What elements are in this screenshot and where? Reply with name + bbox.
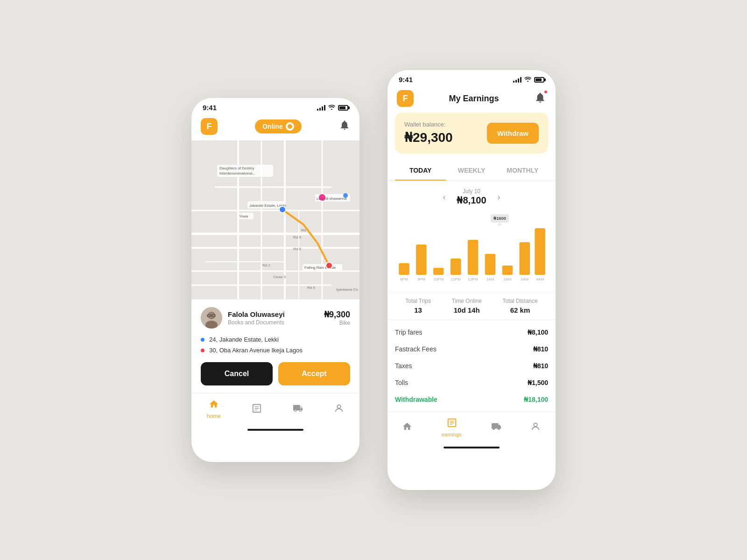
- row-fastrack: Fastrack Fees ₦810: [395, 341, 548, 357]
- chart-date: July 10: [457, 188, 486, 195]
- tab-today[interactable]: TODAY: [395, 161, 446, 181]
- dropoff-text: 30, Oba Akran Avenue Ikeja Lagos: [209, 347, 303, 354]
- withdraw-button[interactable]: Withdraw: [487, 123, 539, 144]
- delivery-card: Falola Oluwaseyi Books and Documents ₦9,…: [191, 299, 359, 393]
- home-icon: [209, 399, 219, 412]
- svg-text:10PM: 10PM: [434, 277, 444, 281]
- map-header: F Online: [191, 115, 359, 140]
- svg-text:11PM: 11PM: [451, 277, 461, 281]
- stat-distance-value: 62 km: [502, 306, 537, 314]
- battery-icon-right: [534, 77, 544, 83]
- phones-container: 9:41 F Online: [191, 70, 556, 490]
- nav-deliveries-right[interactable]: [491, 421, 501, 434]
- nav-deliveries[interactable]: [293, 403, 303, 416]
- pickup-address: 24, Jakande Estate, Lekki: [201, 334, 350, 345]
- pickup-text: 24, Jakande Estate, Lekki: [209, 336, 279, 343]
- svg-point-73: [534, 423, 537, 426]
- wallet-card: Wallet balance: ₦29,300 Withdraw: [395, 112, 548, 154]
- trip-fares-label: Trip fares: [395, 329, 423, 336]
- online-badge[interactable]: Online: [255, 119, 302, 133]
- price-amount: ₦9,300: [324, 309, 350, 320]
- svg-text:8PM: 8PM: [400, 277, 408, 281]
- withdrawable-value: ₦18,100: [524, 396, 548, 403]
- svg-rect-63: [502, 266, 513, 275]
- svg-rect-51: [399, 263, 409, 275]
- tab-weekly[interactable]: WEEKLY: [446, 161, 497, 181]
- stat-online-value: 10d 14h: [452, 306, 482, 314]
- nav-home[interactable]: home: [207, 399, 221, 420]
- chart-section: ‹ July 10 ₦8,100 › ₦1600 8PM: [388, 181, 556, 292]
- nav-orders[interactable]: [252, 403, 262, 416]
- battery-icon: [338, 105, 348, 111]
- status-bar-left: 9:41: [191, 98, 359, 115]
- svg-text:Rd 2: Rd 2: [262, 263, 270, 267]
- address-list: 24, Jakande Estate, Lekki 30, Oba Akran …: [201, 334, 350, 356]
- logo-left: F: [201, 118, 218, 135]
- nav-profile[interactable]: [334, 403, 344, 416]
- chart-next-button[interactable]: ›: [496, 190, 502, 204]
- svg-rect-67: [535, 228, 545, 275]
- chart-svg: ₦1600 8PM 9PM 10PM 11PM: [395, 210, 548, 284]
- svg-rect-59: [468, 240, 479, 275]
- home-icon-right: [402, 421, 412, 434]
- svg-text:3AM: 3AM: [521, 277, 529, 281]
- svg-text:Rd 5: Rd 5: [307, 286, 315, 290]
- home-indicator-left: [247, 429, 303, 431]
- delivery-price: ₦9,300 Bike: [324, 309, 350, 326]
- logo-right: F: [397, 90, 414, 107]
- profile-icon: [334, 403, 344, 416]
- svg-rect-53: [416, 245, 427, 275]
- chart-navigation: ‹ July 10 ₦8,100 ›: [395, 188, 548, 206]
- earnings-icon-right: [447, 418, 457, 430]
- nav-earnings-right[interactable]: earnings: [442, 418, 461, 437]
- action-buttons: Cancel Accept: [201, 362, 350, 385]
- stats-row: Total Trips 13 Time Online 10d 14h Total…: [388, 292, 556, 320]
- customer-sub: Books and Documents: [228, 319, 285, 326]
- period-tabs: TODAY WEEKLY MONTHLY: [388, 161, 556, 181]
- tab-monthly[interactable]: MONTHLY: [497, 161, 548, 181]
- stat-trips: Total Trips 13: [405, 298, 431, 314]
- svg-text:12PM: 12PM: [468, 277, 478, 281]
- cancel-button[interactable]: Cancel: [201, 362, 273, 385]
- bar-chart: ₦1600 8PM 9PM 10PM 11PM: [395, 210, 548, 284]
- svg-text:9PM: 9PM: [417, 277, 425, 281]
- online-dot: [286, 122, 294, 131]
- svg-point-35: [326, 262, 332, 269]
- earnings-list: Trip fares ₦8,100 Fastrack Fees ₦810 Tax…: [388, 320, 556, 412]
- stat-online: Time Online 10d 14h: [452, 298, 482, 314]
- deliveries-icon-right: [491, 421, 501, 434]
- nav-home-label: home: [207, 413, 221, 420]
- accept-button[interactable]: Accept: [278, 362, 350, 385]
- dropoff-address: 30, Oba Akran Avenue Ikeja Lagos: [201, 345, 350, 356]
- chart-prev-button[interactable]: ‹: [441, 190, 447, 204]
- row-tolls: Tolls ₦1,500: [395, 374, 548, 391]
- chart-date-info: July 10 ₦8,100: [457, 188, 486, 206]
- svg-text:Interdenominational...: Interdenominational...: [219, 171, 255, 175]
- taxes-label: Taxes: [395, 362, 412, 370]
- status-icons-left: [317, 104, 348, 111]
- signal-icon: [317, 105, 325, 111]
- right-phone: 9:41 F My Earnings: [388, 70, 556, 490]
- time-right: 9:41: [399, 76, 413, 84]
- price-type: Bike: [324, 320, 350, 326]
- bell-icon-left[interactable]: [339, 119, 350, 133]
- status-icons-right: [513, 76, 544, 83]
- trip-fares-value: ₦8,100: [528, 329, 548, 336]
- row-withdrawable: Withdrawable ₦18,100: [395, 391, 548, 408]
- row-taxes: Taxes ₦810: [395, 357, 548, 374]
- svg-text:₦1600: ₦1600: [493, 216, 506, 221]
- stat-distance: Total Distance 62 km: [502, 298, 537, 314]
- nav-profile-right[interactable]: [530, 421, 541, 434]
- map-area: Daughters of Destiny Interdenominational…: [191, 140, 359, 299]
- home-indicator-right: [444, 447, 500, 448]
- svg-marker-50: [497, 223, 502, 225]
- dropoff-dot: [201, 349, 204, 352]
- svg-text:1AM: 1AM: [486, 277, 494, 281]
- stat-online-label: Time Online: [452, 298, 482, 304]
- notification-wrapper[interactable]: [534, 91, 546, 105]
- nav-home-right[interactable]: [402, 421, 412, 434]
- stat-trips-value: 13: [405, 306, 431, 314]
- orders-icon: [252, 403, 262, 416]
- fastrack-label: Fastrack Fees: [395, 345, 437, 353]
- tolls-label: Tolls: [395, 379, 408, 386]
